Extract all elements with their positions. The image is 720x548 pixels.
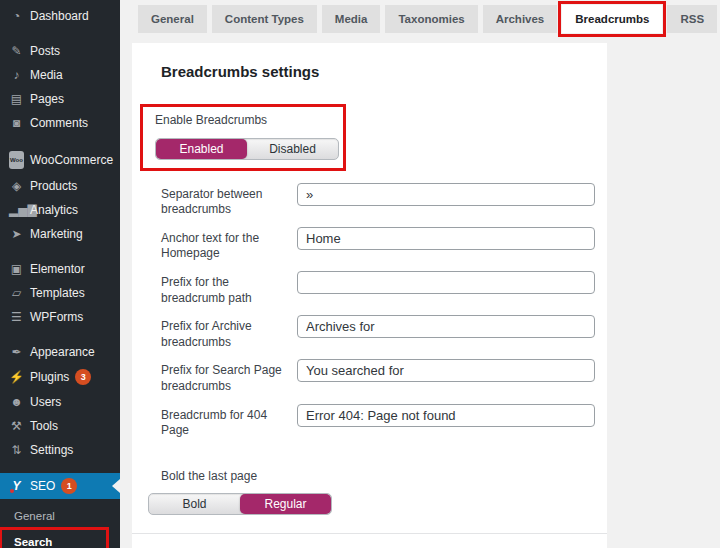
form-icon: ☰ — [9, 310, 24, 324]
notification-badge: 3 — [75, 369, 91, 385]
sidebar-item-label: Elementor — [30, 262, 85, 276]
sidebar-item-elementor[interactable]: ▣ Elementor — [0, 257, 120, 281]
field-label: Separator between breadcrumbs — [161, 183, 297, 218]
field-input-2[interactable] — [297, 271, 595, 294]
field-label: Prefix for Archive breadcrumbs — [161, 315, 297, 350]
notification-badge: 1 — [61, 478, 77, 494]
toggle-option-bold[interactable]: Bold — [149, 494, 240, 514]
enable-breadcrumbs-label: Enable Breadcrumbs — [155, 113, 334, 129]
sidebar-item-label: Plugins — [30, 370, 69, 384]
sidebar-item-wpforms[interactable]: ☰ WPForms — [0, 305, 120, 329]
submenu-item-search-appearance[interactable]: Search Appearance — [2, 530, 106, 548]
section-title-breadcrumbs-settings: Breadcrumbs settings — [161, 63, 595, 80]
media-icon: ♪ — [9, 68, 24, 82]
tab-breadcrumbs[interactable]: Breadcrumbs — [562, 5, 662, 33]
sidebar-item-seo[interactable]: Y SEO 1 — [0, 473, 120, 499]
sidebar-item-label: Marketing — [30, 227, 83, 241]
seo-submenu: General Search Appearance — [0, 499, 120, 548]
sidebar-item-products[interactable]: ◈ Products — [0, 174, 120, 198]
tab-general[interactable]: General — [138, 5, 207, 33]
sidebar-item-analytics[interactable]: ▂▅▇ Analytics — [0, 198, 120, 222]
field-input-3[interactable] — [297, 315, 595, 338]
sidebar-item-dashboard[interactable]: ◔ Dashboard — [0, 4, 120, 28]
form-row: Prefix for Search Page breadcrumbs — [161, 359, 595, 394]
sidebar-item-label: WooCommerce — [30, 153, 113, 167]
sidebar-item-label: Settings — [30, 443, 73, 457]
toggle-option-regular[interactable]: Regular — [240, 494, 331, 514]
form-row: Separator between breadcrumbs — [161, 183, 595, 218]
user-icon: ☻ — [9, 395, 24, 409]
sidebar-item-label: SEO — [30, 479, 55, 493]
enable-breadcrumbs-toggle[interactable]: EnabledDisabled — [155, 138, 339, 160]
bold-last-page-toggle[interactable]: BoldRegular — [148, 493, 332, 515]
sidebar-item-marketing[interactable]: ➤ Marketing — [0, 222, 120, 246]
sidebar-item-label: Users — [30, 395, 61, 409]
sidebar-item-comments[interactable]: ◙ Comments — [0, 111, 120, 135]
form-row: Breadcrumb for 404 Page — [161, 404, 595, 439]
breadcrumb-fields: Separator between breadcrumbs Anchor tex… — [161, 183, 595, 439]
field-input-0[interactable] — [297, 183, 595, 206]
sidebar-item-settings[interactable]: ⇅ Settings — [0, 438, 120, 462]
sidebar-item-plugins[interactable]: ⚡ Plugins 3 — [0, 364, 120, 390]
annotation-box-enable-breadcrumbs: Enable Breadcrumbs EnabledDisabled — [140, 104, 346, 171]
tab-content-types[interactable]: Content Types — [212, 5, 317, 33]
field-label: Anchor text for the Homepage — [161, 227, 297, 262]
dashboard-icon: ◔ — [9, 9, 24, 23]
field-label: Prefix for Search Page breadcrumbs — [161, 359, 297, 394]
admin-menu: ◔ Dashboard ✎ Posts ♪ Media ▤ Pages ◙ Co… — [0, 4, 120, 499]
tab-taxonomies[interactable]: Taxonomies — [385, 5, 477, 33]
sidebar-item-label: Tools — [30, 419, 58, 433]
products-icon: ◈ — [9, 179, 24, 193]
sidebar-item-label: Media — [30, 68, 63, 82]
bold-last-page-section: Bold the last page BoldRegular — [161, 469, 595, 516]
tab-archives[interactable]: Archives — [483, 5, 558, 33]
brush-icon: ✒ — [9, 345, 24, 359]
submenu-item-general[interactable]: General — [0, 504, 120, 528]
tab-rss[interactable]: RSS — [667, 5, 717, 33]
comment-icon: ◙ — [9, 116, 24, 130]
megaphone-icon: ➤ — [9, 227, 24, 241]
settings-tabbar: General Content Types Media Taxonomies A… — [138, 5, 717, 33]
bar-chart-icon: ▂▅▇ — [9, 203, 24, 217]
sidebar-item-tools[interactable]: ⚒ Tools — [0, 414, 120, 438]
sidebar-item-posts[interactable]: ✎ Posts — [0, 39, 120, 63]
sidebar-item-label: Pages — [30, 92, 64, 106]
sliders-icon: ⇅ — [9, 443, 24, 457]
field-input-5[interactable] — [297, 404, 595, 427]
plug-icon: ⚡ — [9, 370, 24, 384]
toggle-option-enabled[interactable]: Enabled — [156, 139, 247, 159]
sidebar-item-pages[interactable]: ▤ Pages — [0, 87, 120, 111]
sidebar-item-label: Posts — [30, 44, 60, 58]
sidebar-item-media[interactable]: ♪ Media — [0, 63, 120, 87]
sidebar-item-label: Templates — [30, 286, 85, 300]
sidebar-item-label: Dashboard — [30, 9, 89, 23]
sidebar-item-label: WPForms — [30, 310, 83, 324]
sidebar-item-label: Appearance — [30, 345, 95, 359]
sidebar-item-label: Comments — [30, 116, 88, 130]
sidebar-item-users[interactable]: ☻ Users — [0, 390, 120, 414]
field-label: Breadcrumb for 404 Page — [161, 404, 297, 439]
field-input-4[interactable] — [297, 359, 595, 382]
wrench-icon: ⚒ — [9, 419, 24, 433]
sidebar-item-appearance[interactable]: ✒ Appearance — [0, 340, 120, 364]
bold-last-page-label: Bold the last page — [161, 469, 595, 485]
toggle-option-disabled[interactable]: Disabled — [247, 139, 338, 159]
main-content: General Content Types Media Taxonomies A… — [120, 0, 720, 548]
field-label: Prefix for the breadcrumb path — [161, 271, 297, 306]
sidebar-item-label: Analytics — [30, 203, 78, 217]
field-input-1[interactable] — [297, 227, 595, 250]
admin-sidebar: ◔ Dashboard ✎ Posts ♪ Media ▤ Pages ◙ Co… — [0, 0, 120, 548]
folder-icon: ▱ — [9, 286, 24, 300]
woocommerce-icon: Woo — [9, 151, 24, 169]
breadcrumbs-settings-card: Breadcrumbs settings Enable Breadcrumbs … — [132, 43, 607, 548]
form-row: Prefix for Archive breadcrumbs — [161, 315, 595, 350]
tab-media[interactable]: Media — [322, 5, 381, 33]
form-row: Anchor text for the Homepage — [161, 227, 595, 262]
pages-icon: ▤ — [9, 92, 24, 106]
form-row: Prefix for the breadcrumb path — [161, 271, 595, 306]
sidebar-item-templates[interactable]: ▱ Templates — [0, 281, 120, 305]
sidebar-item-woocommerce[interactable]: Woo WooCommerce — [0, 146, 120, 174]
elementor-icon: ▣ — [9, 262, 24, 276]
pin-icon: ✎ — [9, 44, 24, 58]
section-divider — [132, 533, 607, 534]
